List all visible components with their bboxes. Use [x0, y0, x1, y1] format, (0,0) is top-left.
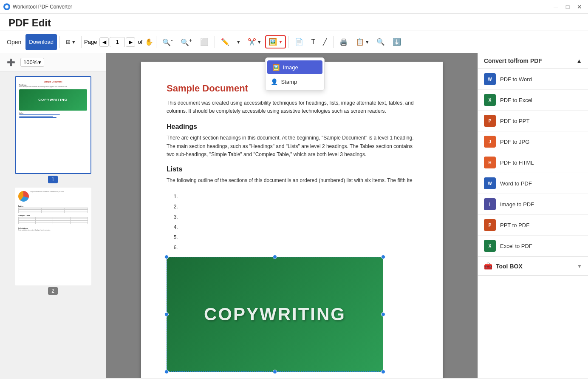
- zoom-value: 100%: [23, 59, 37, 66]
- convert-pdf-to-excel[interactable]: X PDF to Excel: [478, 90, 588, 111]
- convert-pdf-to-html[interactable]: H PDF to HTML: [478, 152, 588, 173]
- text-tool-button[interactable]: 📄: [291, 34, 307, 50]
- line-tool-button[interactable]: ╱: [319, 34, 331, 50]
- title-bar-left: Workintool PDF Converter: [3, 3, 72, 10]
- convert-pdf-to-word[interactable]: W PDF to Word: [478, 69, 588, 90]
- pdf-to-html-icon: H: [484, 157, 496, 168]
- headings-paragraph: There are eight section headings in this…: [167, 134, 417, 159]
- app-title-bar: PDF Edit: [0, 14, 588, 31]
- maximize-button[interactable]: □: [563, 2, 573, 12]
- thumb1-image: COPYWRITING: [19, 89, 87, 111]
- toolbar-separator5: [288, 36, 289, 48]
- image-dropdown-wrapper: 🖼️ ▼ 🖼️ Image 👤 Stamp: [265, 35, 286, 48]
- prev-page-button[interactable]: ◀: [99, 37, 109, 47]
- pen-dropdown-button[interactable]: ▾: [234, 34, 243, 50]
- copy-button[interactable]: 📋 ▾: [352, 34, 372, 50]
- open-button[interactable]: Open: [3, 34, 25, 50]
- convert-excel-to-pdf[interactable]: X Excel to PDF: [478, 236, 588, 256]
- handle-top-right[interactable]: [381, 255, 385, 259]
- list-item-5: [179, 232, 417, 242]
- search-button[interactable]: 🔍: [373, 34, 388, 50]
- pdf-to-ppt-icon: P: [484, 115, 496, 127]
- page-label: Page: [84, 39, 97, 45]
- td6: [65, 211, 88, 213]
- pdf-viewer[interactable]: Sample Document This document was create…: [106, 53, 478, 378]
- pen-tool-button[interactable]: ✏️: [218, 34, 233, 50]
- pdf-to-jpg-icon: J: [484, 136, 496, 148]
- eraser-dropdown-arrow: ▾: [258, 39, 261, 45]
- thumb2-tables: Tables: [18, 205, 88, 207]
- toolbox-chevron: ▼: [577, 263, 582, 269]
- zoom-out-icon: 🔍-: [162, 37, 172, 46]
- image-menu-item[interactable]: 🖼️ Image: [267, 60, 322, 74]
- ctd12: [70, 222, 88, 224]
- zoom-out-button[interactable]: 🔍-: [159, 34, 176, 50]
- collapse-icon[interactable]: ▲: [576, 57, 582, 64]
- image-dropdown-menu: 🖼️ Image 👤 Stamp: [265, 57, 325, 91]
- line-icon: ╱: [323, 38, 327, 46]
- main-layout: ➕ 100% ▾ Sample Document Headings Some d…: [0, 53, 588, 378]
- stamp-icon: 👤: [271, 78, 278, 85]
- app-name: Workintool PDF Converter: [13, 4, 72, 10]
- convert-header: Convert to/from PDF ▲: [478, 53, 588, 69]
- grid-icon: ⊞: [66, 39, 71, 45]
- list-item-3: [179, 212, 417, 222]
- handle-bottom-left[interactable]: [164, 370, 169, 374]
- image-dropdown-arrow: ▼: [279, 40, 283, 44]
- document-list: [167, 191, 417, 253]
- convert-word-to-pdf[interactable]: W Word to PDF: [478, 173, 588, 194]
- download-button[interactable]: Download: [25, 34, 57, 50]
- thumb-label-1: 1: [48, 176, 58, 183]
- headings-section-title: Headings: [167, 123, 417, 131]
- toolbox-header[interactable]: 🧰 Tool BOX ▼: [478, 256, 588, 276]
- thumb1-h3: Links: [19, 112, 87, 114]
- stamp-label: Stamp: [281, 79, 297, 85]
- image-dropdown-button[interactable]: 🖼️ ▼: [265, 35, 286, 48]
- thumb2-table1: [18, 208, 88, 213]
- copy-dropdown-arrow: ▾: [366, 39, 369, 45]
- text-edit-button[interactable]: T: [308, 34, 319, 50]
- zoom-selector[interactable]: 100% ▾: [20, 58, 44, 67]
- convert-pdf-to-jpg[interactable]: J PDF to JPG: [478, 131, 588, 152]
- app-logo: [3, 3, 10, 10]
- window-controls: ─ □ ✕: [551, 2, 585, 12]
- thumb1-text: Some descriptive text content for the he…: [19, 86, 87, 88]
- convert-ppt-to-pdf[interactable]: P PPT to PDF: [478, 215, 588, 236]
- add-page-button[interactable]: ➕: [3, 54, 19, 71]
- convert-pdf-to-ppt[interactable]: P PDF to PPT: [478, 111, 588, 131]
- toolbar-separator3: [156, 36, 156, 48]
- word-to-pdf-icon: W: [484, 177, 496, 189]
- download2-button[interactable]: ⬇️: [389, 34, 404, 50]
- close-button[interactable]: ✕: [574, 2, 585, 12]
- stamp-menu-item[interactable]: 👤 Stamp: [266, 75, 324, 88]
- thumb-label-2: 2: [48, 287, 58, 295]
- thumb1-lines: [19, 114, 87, 118]
- convert-title: Convert to/from PDF: [484, 57, 542, 64]
- ctd11: [53, 222, 71, 224]
- thumbnail-page-2[interactable]: Legend text here with small items listed…: [4, 188, 102, 295]
- print-button[interactable]: 🖨️: [336, 34, 351, 50]
- view-toggle-button[interactable]: ⊞ ▾: [62, 34, 79, 50]
- fit-page-button[interactable]: ⬜: [197, 34, 212, 50]
- pen-icon: ✏️: [221, 38, 229, 46]
- next-page-button[interactable]: ▶: [126, 37, 135, 47]
- eraser-button[interactable]: ✂️ ▾: [244, 34, 264, 50]
- view-dropdown-arrow: ▾: [72, 39, 75, 45]
- page-number-input[interactable]: [110, 37, 125, 47]
- toolbar-separator4: [215, 36, 215, 48]
- handle-bottom-center[interactable]: [273, 370, 277, 374]
- thumb2-pie: [18, 191, 29, 202]
- pdf-image-container[interactable]: COPYWRITING: [167, 257, 383, 372]
- thumbnail-page-1[interactable]: Sample Document Headings Some descriptiv…: [4, 76, 102, 183]
- convert-image-to-pdf[interactable]: I Image to PDF: [478, 194, 588, 215]
- zoom-in-button[interactable]: 🔍+: [177, 34, 196, 50]
- page-thumbnails: Sample Document Headings Some descriptiv…: [0, 72, 106, 299]
- handle-middle-right[interactable]: [381, 312, 385, 316]
- toolbox-icon: 🧰: [484, 262, 492, 270]
- pdf-page: Sample Document This document was create…: [141, 62, 443, 378]
- lists-section-title: Lists: [167, 165, 417, 173]
- of-label: of: [138, 39, 142, 45]
- minimize-button[interactable]: ─: [551, 2, 561, 12]
- thumb2-legend: Legend text here with small items listed…: [31, 191, 88, 203]
- handle-bottom-right[interactable]: [381, 370, 385, 374]
